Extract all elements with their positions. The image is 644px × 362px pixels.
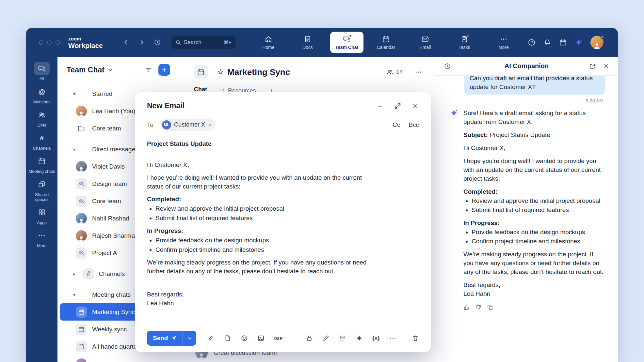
send-options-button[interactable] (183, 331, 196, 346)
calendar-icon (78, 309, 85, 315)
ai-completed-list: Review and approve the initial project p… (463, 196, 605, 214)
template-button[interactable] (224, 335, 231, 342)
conversation-menu-button[interactable] (415, 68, 422, 76)
copy-button[interactable] (487, 304, 493, 311)
to-field[interactable]: To ML Customer X Cc Bcc (147, 115, 419, 134)
nav-tab-tasks[interactable]: Tasks (448, 32, 481, 53)
signature-button[interactable] (207, 335, 215, 342)
back-button[interactable] (122, 39, 130, 46)
cc-button[interactable]: Cc (393, 121, 400, 128)
people-icon (386, 68, 394, 76)
search-input[interactable]: Search ⌘F (171, 36, 235, 49)
ai-inprogress-list: Provide feedback on the design mockups C… (463, 228, 605, 246)
close-button[interactable] (412, 102, 419, 110)
notifications-button[interactable] (543, 38, 551, 46)
email-body-editor[interactable]: Hi Customer X, I hope you’re doing well!… (147, 153, 376, 324)
rail-item-more[interactable]: More (28, 229, 56, 249)
avatar (76, 213, 87, 224)
recipient-avatar: ML (162, 120, 171, 129)
list-item: Confirm project timeline and milestones (155, 245, 376, 254)
rail-item-dms[interactable]: DMs (28, 108, 56, 128)
ai-history-button[interactable] (444, 63, 451, 70)
rail-item-shared-spaces[interactable]: Shared spaces (28, 178, 56, 202)
ai-companion-button[interactable] (575, 38, 583, 46)
rail-item-apps[interactable]: Apps (28, 206, 56, 225)
nav-tab-docs[interactable]: Docs (291, 32, 324, 53)
nav-tab-home[interactable]: Home (252, 32, 285, 53)
search-placeholder: Search (184, 39, 201, 46)
window-controls[interactable] (39, 40, 60, 45)
insert-image-button[interactable] (257, 335, 265, 342)
close-ai-panel-button[interactable] (603, 63, 609, 69)
close-window-button[interactable] (39, 40, 43, 45)
rail-item-meeting-chats[interactable]: Meeting chats (28, 155, 56, 174)
subject-field[interactable]: Project Status Update (147, 134, 419, 153)
new-chat-button[interactable] (158, 64, 170, 76)
ai-sparkle-icon (450, 109, 458, 117)
rail-label: DMs (38, 123, 46, 128)
email-inprogress-heading: In Progress: (147, 226, 376, 235)
topbar-right (528, 36, 604, 49)
person-icon (77, 235, 85, 241)
unread-badge (466, 34, 470, 38)
email-completed-heading: Completed: (147, 195, 376, 204)
bcc-button[interactable]: Bcc (409, 121, 419, 128)
nav-tab-email[interactable]: Email (409, 32, 442, 53)
rail-label: Mentions (33, 100, 51, 105)
open-in-new-button[interactable] (589, 63, 596, 69)
history-button[interactable] (154, 39, 161, 46)
star-button[interactable] (217, 68, 224, 76)
ai-completed-heading: Completed: (463, 187, 605, 196)
gif-button[interactable]: GIF (274, 336, 283, 341)
nav-tab-team-chat[interactable]: Team Chat (330, 32, 363, 53)
team-chat-title-dropdown[interactable]: Team Chat (67, 66, 113, 74)
rail-item-mentions[interactable]: @ Mentions (28, 85, 56, 105)
chat-item-label: Weekly sync (92, 326, 127, 333)
rail-label: All (40, 77, 44, 82)
hash-icon: # (40, 134, 44, 141)
avatar (76, 230, 87, 241)
email-icon (421, 35, 429, 43)
layout-button[interactable] (339, 335, 346, 342)
ai-subject-line: Subject:Project Status Update (463, 130, 605, 139)
rail-item-all[interactable]: All (28, 62, 56, 82)
recipient-chip[interactable]: ML Customer X (161, 119, 216, 131)
thumbs-down-button[interactable] (475, 304, 482, 311)
minimize-window-button[interactable] (47, 40, 52, 45)
send-icon (171, 335, 177, 341)
meeting-avatar (76, 307, 87, 318)
nav-tab-more[interactable]: More (487, 32, 520, 53)
nav-label: Docs (302, 45, 313, 50)
rail-label: Meeting chats (29, 169, 55, 174)
send-button[interactable]: Send (147, 331, 183, 346)
more-options-button[interactable] (389, 335, 396, 342)
unread-badge (349, 34, 352, 38)
thumbs-up-button[interactable] (463, 304, 470, 311)
minimize-button[interactable] (377, 102, 384, 110)
filter-button[interactable] (145, 66, 152, 73)
ai-greeting: Hi Customer X, (463, 143, 605, 152)
home-icon (265, 35, 272, 43)
remove-recipient-button[interactable] (208, 123, 212, 127)
forward-button[interactable] (138, 39, 145, 46)
upcoming-meetings-button[interactable] (559, 38, 567, 46)
ai-assist-button[interactable] (356, 335, 363, 342)
maximize-window-button[interactable] (56, 40, 60, 45)
nav-tab-calendar[interactable]: Calendar (369, 32, 403, 53)
group-avatar (76, 248, 87, 259)
member-count[interactable]: 14 (386, 68, 403, 76)
discard-draft-button[interactable] (412, 335, 419, 342)
list-item: Confirm project timeline and milestones (472, 237, 605, 246)
rail-label: Channels (33, 146, 51, 151)
user-avatar[interactable] (590, 36, 604, 49)
help-button[interactable] (528, 38, 536, 46)
chat-item-lea-rajesh[interactable]: Lea/Rajesh 1:1 (57, 355, 177, 362)
emoji-button[interactable] (241, 335, 248, 342)
rail-item-channels[interactable]: # Channels (28, 131, 56, 151)
chat-item-label: Core team (92, 198, 121, 205)
nav-label: Email (419, 45, 431, 50)
variables-button[interactable]: {x} (372, 335, 380, 341)
expand-button[interactable] (394, 102, 401, 110)
encrypt-button[interactable] (306, 335, 313, 342)
edit-button[interactable] (322, 335, 330, 342)
